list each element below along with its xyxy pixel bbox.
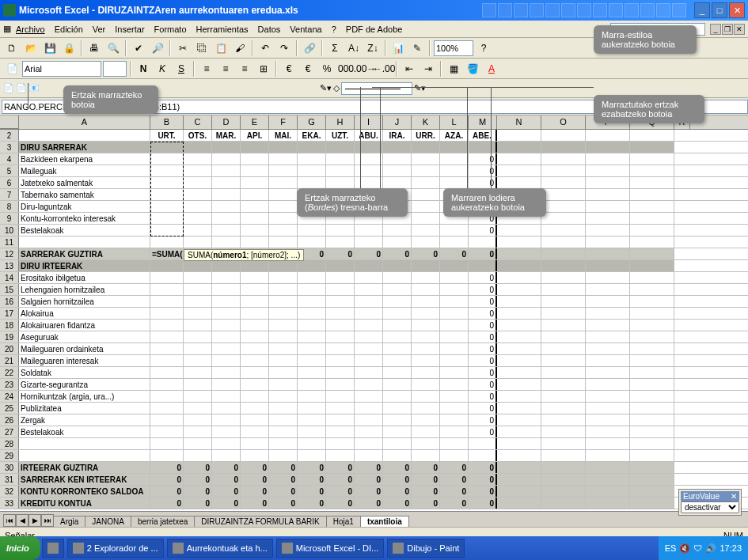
row-header[interactable]: 22 (0, 367, 19, 378)
cell[interactable] (586, 153, 630, 165)
maximize-button[interactable]: □ (712, 2, 727, 18)
cell[interactable] (630, 130, 674, 141)
cell[interactable]: Erositako ibilgetua (19, 272, 150, 283)
cell[interactable] (19, 438, 150, 449)
cell[interactable]: 0 (383, 462, 412, 473)
cell[interactable] (150, 177, 184, 188)
cell[interactable]: URT. (150, 130, 184, 141)
cell[interactable]: 0 (326, 486, 355, 497)
cell[interactable] (184, 201, 212, 212)
cell[interactable] (184, 225, 212, 236)
cell[interactable] (630, 403, 674, 414)
cell[interactable] (383, 272, 412, 283)
cell[interactable] (241, 284, 269, 295)
cell[interactable] (440, 343, 469, 354)
cell[interactable] (355, 414, 383, 426)
cell[interactable] (630, 296, 674, 307)
cell[interactable] (412, 189, 440, 200)
cell[interactable] (440, 367, 469, 378)
system-tray[interactable]: ES 🔇 🛡 🔊 17:23 (659, 536, 748, 560)
cell[interactable]: 0 (412, 248, 440, 259)
cell[interactable] (269, 260, 298, 271)
cell[interactable] (184, 403, 212, 414)
cell[interactable]: 0 (469, 331, 497, 342)
cell[interactable] (630, 426, 674, 437)
cell[interactable] (630, 355, 674, 366)
cell[interactable]: 0 (469, 426, 497, 437)
cell[interactable]: 0 (298, 486, 326, 497)
cell[interactable] (497, 450, 541, 461)
cell[interactable] (412, 284, 440, 295)
cell[interactable]: 0 (469, 355, 497, 366)
cell[interactable] (440, 438, 469, 449)
sheet-tab[interactable]: DIRUZAINTZA FORMULA BARIK (194, 516, 326, 527)
cell[interactable]: 0 (412, 498, 440, 509)
cell[interactable] (212, 331, 241, 342)
cell[interactable] (326, 450, 355, 461)
cell[interactable] (440, 414, 469, 426)
row-header[interactable]: 6 (0, 177, 19, 188)
cell[interactable] (212, 426, 241, 437)
cell[interactable] (630, 189, 674, 200)
cell[interactable] (241, 260, 269, 271)
cell[interactable] (586, 462, 630, 473)
currency-icon[interactable]: € (280, 60, 298, 78)
sort-asc-icon[interactable]: A↓ (345, 40, 363, 57)
cell[interactable] (212, 367, 241, 378)
cell[interactable] (150, 438, 184, 449)
cell[interactable] (412, 308, 440, 319)
cell[interactable] (383, 367, 412, 378)
cell[interactable] (630, 474, 674, 485)
cell[interactable] (586, 486, 630, 497)
cell[interactable] (184, 426, 212, 437)
pdf-icon[interactable]: 📧 (28, 83, 40, 93)
cell[interactable] (150, 320, 184, 331)
cell[interactable] (241, 308, 269, 319)
cell[interactable] (383, 225, 412, 236)
cell[interactable] (412, 438, 440, 449)
cell[interactable] (269, 450, 298, 461)
dec-decimal-icon[interactable]: ←.00 (375, 60, 393, 78)
cell[interactable] (412, 260, 440, 271)
cell[interactable] (412, 379, 440, 390)
cell[interactable] (298, 284, 326, 295)
qat-icon[interactable] (609, 3, 623, 17)
cell[interactable] (630, 379, 674, 390)
row-header[interactable]: 32 (0, 486, 19, 497)
col-header[interactable]: L (440, 115, 469, 129)
qat-icon[interactable] (530, 3, 544, 17)
cell[interactable] (497, 462, 541, 473)
cell[interactable]: 0 (298, 498, 326, 509)
cell[interactable]: 0 (184, 462, 212, 473)
cell[interactable] (184, 272, 212, 283)
cell[interactable] (355, 165, 383, 176)
cell[interactable] (630, 438, 674, 449)
cell[interactable] (269, 367, 298, 378)
cell[interactable] (184, 414, 212, 426)
cell[interactable] (440, 379, 469, 390)
cell[interactable] (150, 225, 184, 236)
cell[interactable] (184, 308, 212, 319)
cell[interactable] (150, 450, 184, 461)
clock[interactable]: 17:23 (720, 543, 742, 553)
cell[interactable]: Jatetxeko salmentak (19, 177, 150, 188)
cell[interactable] (326, 391, 355, 402)
cell[interactable] (298, 320, 326, 331)
row-header[interactable]: 27 (0, 426, 19, 437)
cell[interactable] (241, 142, 269, 153)
col-header[interactable]: F (269, 115, 298, 129)
cell[interactable] (212, 201, 241, 212)
cell[interactable] (355, 308, 383, 319)
cell[interactable] (298, 438, 326, 449)
cell[interactable] (412, 213, 440, 224)
cell[interactable] (150, 260, 184, 271)
cell[interactable] (412, 225, 440, 236)
col-header[interactable]: J (383, 115, 412, 129)
cell[interactable] (541, 201, 586, 212)
cell[interactable] (541, 189, 586, 200)
menu-insertar[interactable]: Insertar (110, 23, 149, 36)
cell[interactable] (440, 225, 469, 236)
cell[interactable] (184, 391, 212, 402)
close-icon[interactable]: ✕ (731, 492, 737, 501)
cell[interactable] (298, 343, 326, 354)
